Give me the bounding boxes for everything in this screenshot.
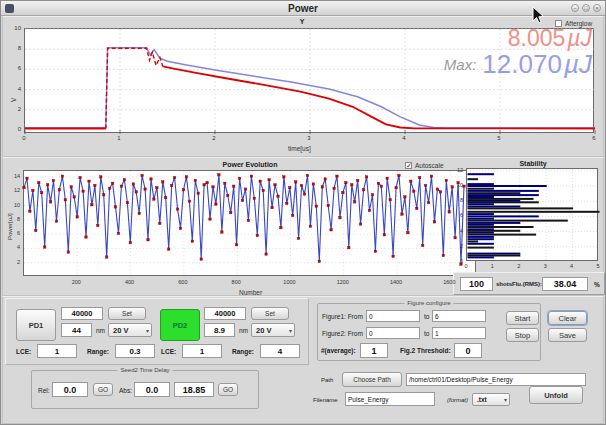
pd2-button[interactable]: PD2 (160, 309, 200, 341)
stability-title: Stability (519, 160, 546, 167)
seed-delay-title: Seed2 Time Delay (117, 367, 172, 373)
rel-go-button[interactable]: GO (93, 383, 113, 396)
chevron-down-icon: ▾ (146, 327, 149, 334)
top-plot-ylabel: V (10, 98, 17, 102)
average-input[interactable]: 1 (360, 343, 388, 358)
afterglow-checkbox[interactable] (555, 20, 562, 27)
maximize-icon[interactable]: □ (582, 4, 590, 12)
format-label: (format) (447, 397, 468, 403)
pd1-button[interactable]: PD1 (16, 309, 56, 341)
filename-label: Filename (313, 397, 338, 403)
pd1-lce-label: LCE: (16, 348, 31, 355)
top-plot-xlabel: time[us] (288, 145, 311, 152)
stability-plot-svg (467, 169, 599, 262)
pd-panel: PD1 40000 Set 44 nm 20 V▾ PD2 40000 Set … (5, 298, 309, 365)
minimize-icon[interactable]: − (571, 4, 579, 12)
evolution-title: Power Evolution (223, 161, 278, 168)
chevron-down-icon: ▾ (504, 396, 507, 403)
pd1-voltage-select[interactable]: 20 V▾ (108, 323, 152, 337)
app-window: Power − □ × Y Afterglow V time[us] 8.005… (0, 0, 606, 425)
pd2-nm-label: nm (239, 327, 248, 334)
rel-input[interactable]: 0.0 (52, 382, 88, 397)
abs2-input[interactable]: 18.85 (174, 382, 214, 397)
stability-plot-axes[interactable] (466, 168, 598, 261)
evolution-plot-svg (24, 171, 477, 277)
top-plot-svg (25, 29, 595, 134)
rel-label: Rel: (38, 387, 50, 394)
fig2-label: Figure2: From (322, 330, 363, 337)
fig2-to-input[interactable]: 1 (432, 327, 486, 339)
choose-path-button[interactable]: Choose Path (342, 372, 402, 387)
stop-button[interactable]: Stop (506, 328, 539, 342)
app-icon (5, 4, 14, 13)
pd2-freq-input[interactable]: 40000 (204, 307, 246, 320)
seed-delay-group: Seed2 Time Delay Rel: 0.0 GO Abs: 0.0 18… (31, 370, 259, 409)
average-label: #(average): (321, 347, 356, 354)
evolution-xlabel: Number (239, 289, 262, 296)
start-button[interactable]: Start (506, 311, 539, 325)
abs-input[interactable]: 0.0 (134, 382, 170, 397)
abs-label: Abs: (119, 387, 132, 394)
pd1-freq-input[interactable]: 40000 (61, 307, 103, 320)
pd1-nm-label: nm (96, 327, 105, 334)
fig1-from-input[interactable]: 0 (366, 310, 420, 322)
clear-button[interactable]: Clear (548, 311, 587, 325)
pd1-range-label: Range: (87, 348, 109, 355)
pd1-range-input[interactable]: 0.3 (115, 344, 155, 358)
pd2-voltage-select[interactable]: 20 V▾ (251, 323, 295, 337)
save-button[interactable]: Save (548, 328, 587, 342)
top-plot-axes[interactable] (24, 28, 594, 133)
pd2-set-button[interactable]: Set (251, 307, 289, 320)
fig1-to-input[interactable]: 6 (432, 310, 486, 322)
pd2-lce-label: LCE: (161, 348, 176, 355)
titlebar: Power − □ × (1, 1, 605, 16)
shots-input[interactable]: 100 (460, 277, 493, 291)
figure-configure-title: Figure configure (404, 300, 453, 306)
pd2-range-label: Range: (232, 348, 254, 355)
pd2-wl-input[interactable]: 8.9 (204, 323, 235, 337)
pd1-set-button[interactable]: Set (108, 307, 146, 320)
rms-label: Flu.(RMS): (512, 281, 542, 287)
pd1-wl-input[interactable]: 44 (61, 323, 92, 337)
chevron-down-icon: ▾ (289, 327, 292, 334)
threshold-input[interactable]: 0 (454, 343, 482, 358)
evolution-ylabel: Power[uJ] (7, 213, 13, 240)
pd2-range-input[interactable]: 4 (260, 344, 300, 358)
fig1-label: Figure1: From (322, 313, 363, 320)
filename-input[interactable]: Pulse_Energy (345, 392, 435, 406)
percent-label: % (594, 281, 600, 288)
path-input[interactable]: /home/ctrl01/Desktop/Pulse_Energy (406, 373, 586, 386)
rms-input[interactable]: 38.04 (542, 277, 588, 291)
path-label: Path (321, 377, 333, 383)
abs-go-button[interactable]: GO (218, 383, 238, 396)
evolution-plot-axes[interactable] (23, 170, 476, 276)
fig2-from-input[interactable]: 0 (366, 327, 420, 339)
autoscale-checkbox[interactable]: ✓ (405, 162, 412, 169)
to1-label: to (424, 313, 429, 320)
format-select[interactable]: .txt▾ (472, 393, 510, 406)
afterglow-label: Afterglow (565, 20, 592, 27)
close-icon[interactable]: × (593, 4, 601, 12)
unfold-button[interactable]: Unfold (529, 386, 583, 404)
top-plot-title: Y (300, 18, 305, 25)
stability-row-panel: 100 shots Flu.(RMS): 38.04 % (453, 272, 605, 295)
to2-label: to (424, 330, 429, 337)
pd2-lce-input[interactable]: 1 (182, 344, 222, 358)
autoscale-label: Autoscale (415, 162, 444, 169)
threshold-label: Fig.2 Threshold: (400, 347, 451, 354)
window-title: Power (288, 3, 318, 14)
shots-label: shots (496, 281, 512, 287)
pd1-lce-input[interactable]: 1 (37, 344, 77, 358)
